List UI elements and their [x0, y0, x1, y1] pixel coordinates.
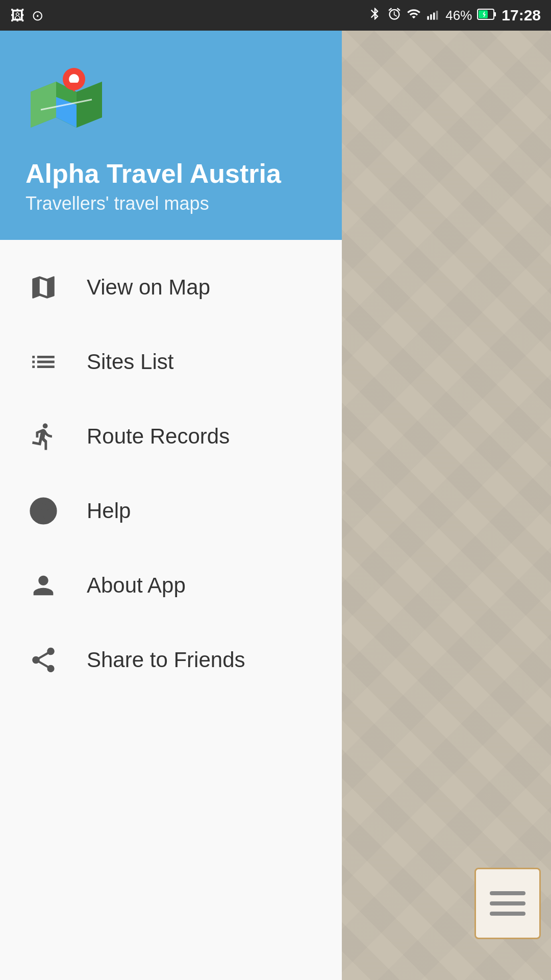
map-icon	[26, 270, 61, 305]
svg-rect-3	[436, 11, 438, 19]
signal-icon	[426, 7, 440, 24]
walking-icon	[26, 419, 61, 454]
app-subtitle: Travellers' travel maps	[26, 193, 316, 214]
menu-label-share-to-friends: Share to Friends	[87, 648, 245, 672]
bluetooth-icon	[368, 7, 382, 24]
svg-point-21	[43, 517, 44, 518]
map-button-lines	[490, 891, 525, 916]
map-texture	[342, 31, 551, 980]
app-title: Alpha Travel Austria	[26, 158, 316, 189]
map-line-1	[490, 891, 525, 895]
battery-percentage: 46%	[445, 8, 472, 23]
menu-label-route-records: Route Records	[87, 424, 230, 449]
menu-label-about-app: About App	[87, 573, 186, 598]
wifi-icon	[407, 7, 421, 24]
person-icon	[26, 568, 61, 603]
map-bottom-button[interactable]	[474, 868, 541, 939]
alarm-icon	[387, 7, 402, 24]
menu-label-view-on-map: View on Map	[87, 275, 210, 300]
menu-item-route-records[interactable]: Route Records	[0, 399, 342, 474]
main-container: Alpha Travel Austria Travellers' travel …	[0, 31, 551, 980]
status-bar: 🖼 ⊙ 46%	[0, 0, 551, 31]
help-icon	[26, 493, 61, 529]
status-bar-right: 46% 17:28	[368, 7, 541, 24]
map-background	[342, 31, 551, 980]
battery-icon	[477, 8, 496, 23]
menu-item-help[interactable]: Help	[0, 474, 342, 548]
gallery-icon: 🖼	[10, 7, 24, 24]
svg-rect-5	[494, 12, 496, 16]
map-line-2	[490, 901, 525, 905]
app-logo	[26, 61, 107, 143]
map-line-3	[490, 912, 525, 916]
menu-list: View on Map Sites List Route Recor	[0, 240, 342, 980]
share-icon	[26, 642, 61, 678]
svg-rect-2	[433, 12, 435, 19]
svg-rect-1	[430, 14, 432, 19]
menu-item-sites-list[interactable]: Sites List	[0, 325, 342, 399]
list-icon	[26, 344, 61, 380]
svg-marker-11	[31, 82, 56, 128]
status-time: 17:28	[502, 7, 541, 24]
sidebar: Alpha Travel Austria Travellers' travel …	[0, 31, 342, 980]
menu-item-view-on-map[interactable]: View on Map	[0, 250, 342, 325]
sync-icon: ⊙	[32, 7, 43, 24]
menu-label-sites-list: Sites List	[87, 350, 173, 374]
menu-item-about-app[interactable]: About App	[0, 548, 342, 623]
sidebar-header: Alpha Travel Austria Travellers' travel …	[0, 31, 342, 240]
svg-rect-0	[428, 16, 430, 19]
status-bar-left: 🖼 ⊙	[10, 7, 43, 24]
menu-label-help: Help	[87, 499, 131, 523]
menu-item-share-to-friends[interactable]: Share to Friends	[0, 623, 342, 697]
svg-marker-13	[77, 82, 102, 128]
